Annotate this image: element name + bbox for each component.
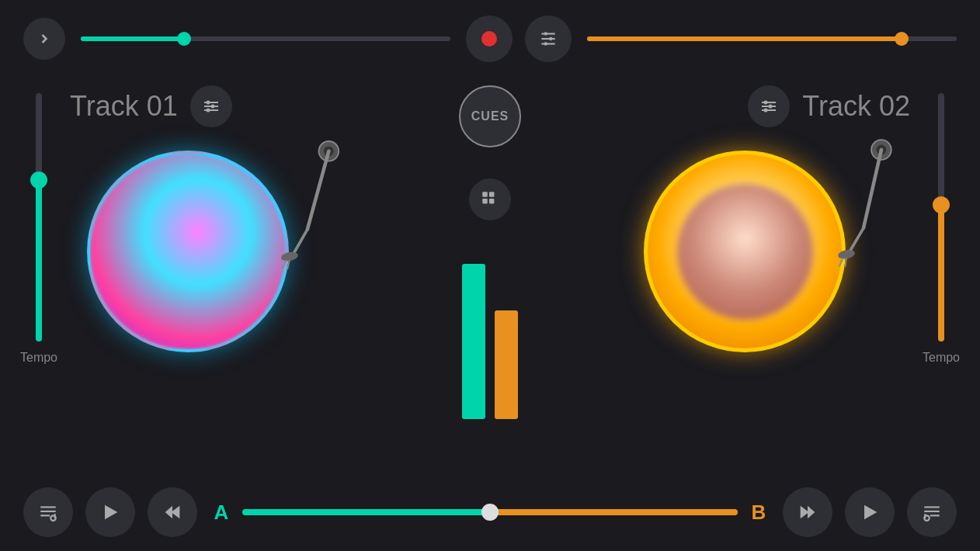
svg-rect-20 bbox=[489, 192, 495, 197]
bottom-bar: A B bbox=[0, 473, 980, 551]
svg-rect-21 bbox=[482, 199, 488, 203]
svg-rect-22 bbox=[489, 199, 495, 203]
svg-point-5 bbox=[544, 42, 547, 45]
svg-line-35 bbox=[845, 258, 846, 267]
chevron-button[interactable] bbox=[23, 18, 65, 60]
svg-line-14 bbox=[308, 151, 329, 230]
right-rewind-button[interactable] bbox=[783, 487, 832, 537]
right-eq-button[interactable] bbox=[748, 85, 790, 127]
center-controls bbox=[466, 16, 572, 62]
left-playlist-button[interactable] bbox=[23, 487, 73, 537]
left-deck-header: Track 01 bbox=[70, 85, 232, 127]
crossfader-label-b: B bbox=[747, 501, 770, 525]
left-eq-button[interactable] bbox=[190, 85, 232, 127]
left-deck: Track 01 bbox=[62, 85, 443, 368]
left-turntable[interactable] bbox=[70, 135, 365, 368]
svg-line-32 bbox=[850, 228, 864, 252]
svg-marker-41 bbox=[105, 505, 117, 520]
mixer-button[interactable] bbox=[525, 16, 572, 62]
tempo-slider-right[interactable] bbox=[934, 93, 948, 341]
left-rewind-button[interactable] bbox=[148, 487, 197, 537]
volume-slider-left[interactable] bbox=[81, 36, 450, 41]
main-area: Tempo Track 01 bbox=[0, 78, 980, 473]
left-tonearm bbox=[272, 127, 357, 275]
center-panel: CUES bbox=[443, 85, 537, 419]
tempo-right: Tempo bbox=[918, 93, 964, 365]
svg-point-27 bbox=[769, 105, 773, 109]
svg-line-34 bbox=[839, 258, 843, 266]
right-track-title: Track 02 bbox=[802, 90, 910, 123]
tempo-label-right: Tempo bbox=[923, 351, 960, 365]
left-play-button[interactable] bbox=[85, 487, 135, 537]
top-bar bbox=[0, 0, 980, 78]
record-dot bbox=[481, 31, 497, 47]
svg-line-18 bbox=[287, 260, 290, 269]
svg-rect-19 bbox=[482, 192, 488, 197]
right-tonearm bbox=[821, 127, 906, 275]
svg-point-11 bbox=[206, 109, 210, 113]
grid-button[interactable] bbox=[469, 178, 511, 220]
svg-line-17 bbox=[283, 260, 287, 269]
vu-meters bbox=[462, 233, 518, 419]
right-turntable[interactable] bbox=[615, 135, 910, 368]
vu-bar-right bbox=[495, 310, 518, 419]
crossfader-label-a: A bbox=[210, 501, 233, 525]
left-track-title: Track 01 bbox=[70, 90, 178, 123]
svg-marker-42 bbox=[864, 505, 877, 520]
svg-point-28 bbox=[764, 109, 768, 113]
svg-point-9 bbox=[206, 101, 210, 105]
crossfader-area: A B bbox=[210, 501, 770, 525]
right-play-button[interactable] bbox=[845, 487, 895, 537]
svg-line-31 bbox=[864, 150, 881, 228]
volume-slider-right[interactable] bbox=[587, 36, 957, 41]
right-playlist-button[interactable] bbox=[907, 487, 957, 537]
crossfader-slider[interactable] bbox=[242, 509, 738, 515]
right-deck-header: Track 02 bbox=[748, 85, 910, 127]
vu-bar-left bbox=[462, 264, 485, 419]
cues-button[interactable]: CUES bbox=[459, 85, 521, 147]
tempo-left: Tempo bbox=[16, 93, 62, 365]
tempo-slider-left[interactable] bbox=[32, 93, 46, 341]
right-deck: Track 02 bbox=[537, 85, 918, 368]
record-button[interactable] bbox=[466, 16, 513, 62]
svg-point-3 bbox=[544, 32, 547, 35]
svg-point-26 bbox=[764, 101, 768, 105]
svg-line-15 bbox=[294, 230, 308, 255]
svg-point-10 bbox=[210, 105, 214, 109]
svg-point-4 bbox=[549, 37, 552, 40]
tempo-label-left: Tempo bbox=[20, 351, 57, 365]
